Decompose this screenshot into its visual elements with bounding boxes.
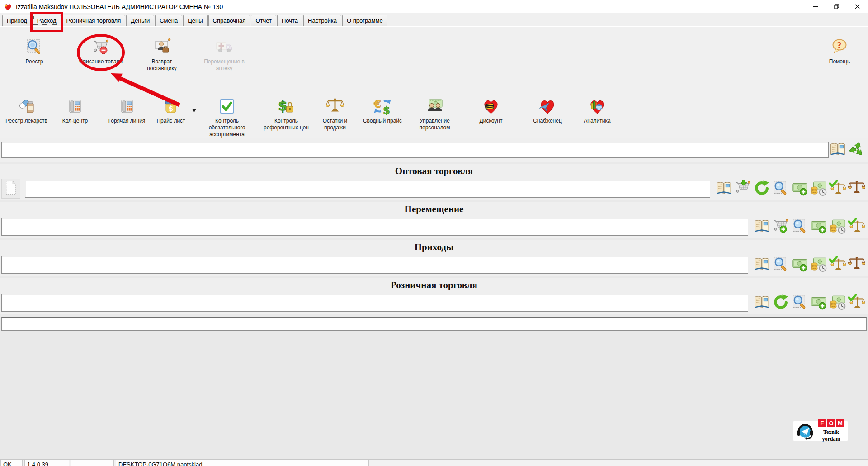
scales-check-button[interactable]: [848, 217, 867, 236]
supply-agent-button[interactable]: Снабженец: [523, 97, 572, 124]
svg-text:$: $: [383, 105, 390, 115]
search-button[interactable]: [772, 179, 791, 198]
open-book-button[interactable]: [829, 140, 848, 159]
arrivals-row: [0, 254, 868, 276]
book-glyph: [753, 256, 771, 274]
book-glyph: [753, 218, 771, 236]
stock-and-sales-button[interactable]: Остатки и продажи: [313, 97, 357, 131]
book-glyph: [829, 141, 847, 159]
blank-document-cell[interactable]: [1, 179, 20, 199]
scales-glyph: [326, 97, 344, 115]
wholesale-search-input[interactable]: [25, 180, 710, 198]
recycle-button[interactable]: [848, 140, 867, 159]
retail-search-input[interactable]: [1, 294, 748, 312]
scales-button[interactable]: [848, 179, 867, 198]
money-time-button[interactable]: [829, 293, 848, 312]
cart-add-button[interactable]: [772, 217, 791, 236]
tab-spravochnaya[interactable]: Справочная: [208, 15, 250, 26]
open-book-button[interactable]: [753, 217, 772, 236]
money-time-button[interactable]: [810, 255, 829, 274]
mandatory-assortment-control-button[interactable]: Контроль обязательного ассортимента: [198, 97, 255, 138]
refresh-button[interactable]: [772, 293, 791, 312]
tab-roznichnaya-torgovlya[interactable]: Розничная торговля: [62, 15, 126, 26]
search-button[interactable]: [791, 293, 810, 312]
staff-management-button[interactable]: Управление персоналом: [404, 97, 465, 131]
movement-search-input[interactable]: [1, 218, 748, 236]
scales-check-button[interactable]: [848, 293, 867, 312]
restore-icon: [834, 4, 839, 10]
search-button[interactable]: [772, 255, 791, 274]
cart-receive-button[interactable]: [734, 179, 753, 198]
stock-and-sales-label: Остатки и продажи: [313, 118, 357, 131]
heart-chart-icon: [588, 97, 606, 115]
call-center-button[interactable]: Кол-центр: [52, 97, 98, 124]
scales-button[interactable]: [848, 255, 867, 274]
open-book-button[interactable]: [753, 255, 772, 274]
status-version-cell: 1.4.0.39: [24, 460, 69, 466]
reference-price-control-button[interactable]: $ Контроль референтных цен: [259, 97, 313, 131]
move-to-pharmacy-label: Перемещение в аптеку: [199, 58, 249, 72]
analytics-button[interactable]: Аналитика: [575, 97, 620, 124]
money-add-button[interactable]: [810, 293, 829, 312]
staff-management-label: Управление персоналом: [404, 118, 465, 131]
tab-dengi[interactable]: Деньги: [126, 15, 154, 26]
window-controls: [805, 0, 868, 13]
medicine-registry-button[interactable]: Реестр лекарств: [5, 97, 48, 124]
price-list-label: Прайс лист: [156, 118, 185, 124]
close-button[interactable]: [847, 0, 868, 13]
book-glyph: [753, 294, 771, 312]
open-book-button[interactable]: [753, 293, 772, 312]
scales-check-button[interactable]: [829, 255, 848, 274]
heart-card-icon: [482, 97, 500, 115]
quick-search-input[interactable]: [1, 142, 829, 158]
open-book-button[interactable]: [715, 179, 734, 198]
tab-o-programme[interactable]: О программе: [342, 15, 387, 26]
money-add-button[interactable]: [791, 179, 810, 198]
return-to-supplier-button[interactable]: Возврат поставщику: [137, 38, 187, 72]
restore-button[interactable]: [826, 0, 847, 13]
hotline-label: Горячая линия: [108, 118, 146, 124]
tab-pochta[interactable]: Почта: [277, 15, 302, 26]
help-button[interactable]: ? Помощь: [821, 38, 858, 65]
book-glyph: [715, 180, 733, 198]
tab-smena[interactable]: Смена: [155, 15, 182, 26]
discount-label: Дискоунт: [480, 118, 503, 124]
money-add-button[interactable]: [791, 255, 810, 274]
scales-check-glyph: [848, 294, 866, 312]
tab-tseny[interactable]: Цены: [183, 15, 207, 26]
tab-rashod[interactable]: Расход: [33, 15, 61, 26]
money-add-button[interactable]: [810, 217, 829, 236]
fom-letter-f: F: [818, 419, 826, 427]
writeoff-goods-button[interactable]: Списание товара: [78, 38, 123, 65]
money-time-button[interactable]: [810, 179, 829, 198]
tab-nastroyka[interactable]: Настройка: [303, 15, 341, 26]
refresh-glyph: [753, 180, 771, 198]
discount-button[interactable]: Дискоунт: [471, 97, 511, 124]
registry-button[interactable]: Реестр: [16, 38, 52, 65]
scales-check-button[interactable]: [829, 179, 848, 198]
price-list-button[interactable]: $ Прайс лист: [153, 97, 189, 124]
cart-minus-glyph: [92, 38, 110, 56]
money-time-button[interactable]: [829, 217, 848, 236]
workspace-empty-area: F O M Texnik yordam: [0, 331, 868, 459]
summary-price-button[interactable]: €$ Сводный прайс: [361, 97, 404, 124]
title-bar: Izzatilla Maksudov ПОЛЬЗОВАТЕЛЬ АДМИНИСТ…: [0, 0, 868, 13]
tab-prihod[interactable]: Приход: [2, 15, 32, 26]
support-caption: Texnik yordam: [816, 428, 846, 442]
support-logo[interactable]: F O M Texnik yordam: [793, 421, 848, 441]
search-glyph: [791, 218, 809, 236]
refresh-button[interactable]: [753, 179, 772, 198]
move-to-pharmacy-button[interactable]: Перемещение в аптеку: [199, 38, 249, 72]
retail-row: [0, 292, 868, 314]
section-title-movement: Перемещение: [0, 202, 868, 216]
tab-otchet[interactable]: Отчет: [251, 15, 276, 26]
price-lock-glyph: $: [277, 97, 295, 115]
arrivals-search-input[interactable]: [1, 256, 748, 274]
phone-icon: [66, 97, 84, 115]
search-button[interactable]: [791, 217, 810, 236]
hotline-button[interactable]: Горячая линия: [105, 97, 148, 124]
help-bubble-icon: ?: [830, 38, 849, 56]
rashod-toolbar: Реестр Списание товара Возврат поставщик…: [0, 26, 868, 87]
overflow-arrow-icon[interactable]: [192, 109, 198, 112]
minimize-button[interactable]: [805, 0, 826, 13]
